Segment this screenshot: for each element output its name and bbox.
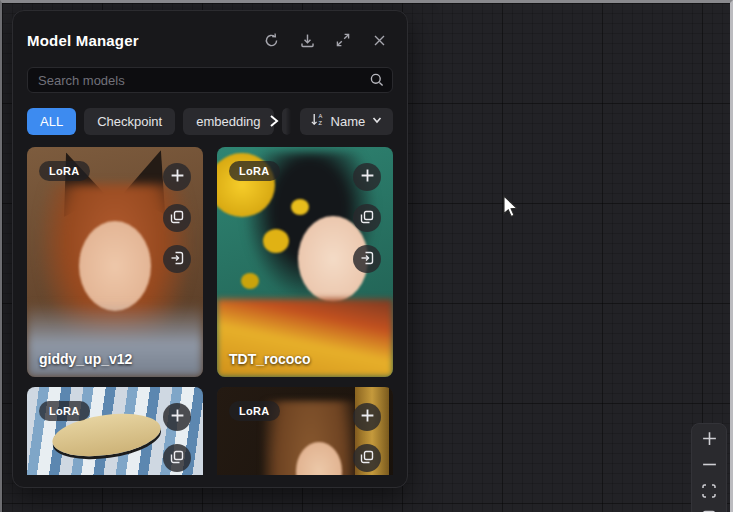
chevron-down-icon <box>371 114 383 129</box>
model-card-tdt-rococo[interactable]: LoRA <box>217 147 393 377</box>
model-card-3[interactable]: LoRA <box>27 387 203 475</box>
panel-header-actions <box>261 30 393 50</box>
expand-icon <box>335 32 351 48</box>
sort-alpha-icon: A Z <box>310 112 325 130</box>
model-name: TDT_rococo <box>229 351 311 367</box>
plus-icon <box>701 430 718 450</box>
sort-label: Name <box>331 114 366 129</box>
plus-icon <box>360 408 375 426</box>
copy-icon <box>170 450 184 467</box>
download-icon <box>299 32 316 49</box>
add-model-button[interactable] <box>163 403 191 431</box>
filters-scroll-right-icon[interactable] <box>267 113 281 133</box>
node-editor-canvas[interactable]: Model Manager <box>0 0 733 512</box>
search-icon <box>369 72 385 92</box>
close-icon <box>372 33 387 48</box>
model-card-giddy-up-v12[interactable]: LoRA <box>27 147 203 377</box>
search-input[interactable] <box>27 67 393 93</box>
more-tools-icon <box>701 509 717 512</box>
copy-icon <box>360 450 374 467</box>
minus-icon <box>701 456 718 476</box>
copy-model-button[interactable] <box>353 204 381 232</box>
close-button[interactable] <box>369 30 389 50</box>
copy-model-button[interactable] <box>163 444 191 472</box>
filter-embedding[interactable]: embedding <box>183 108 273 135</box>
fit-view-icon <box>701 483 717 502</box>
filter-all[interactable]: ALL <box>27 108 76 135</box>
more-tools-button[interactable] <box>695 505 723 512</box>
load-model-button[interactable] <box>163 245 191 273</box>
copy-icon <box>170 210 184 227</box>
filter-checkpoint[interactable]: Checkpoint <box>84 108 175 135</box>
add-model-button[interactable] <box>353 403 381 431</box>
sort-dropdown[interactable]: A Z Name <box>300 108 394 135</box>
model-name: giddy_up_v12 <box>39 351 132 367</box>
fit-view-button[interactable] <box>695 479 723 505</box>
plus-icon <box>170 408 185 426</box>
filter-hypernetwork[interactable]: Hypernetwork <box>282 108 292 135</box>
mouse-cursor <box>501 195 519 223</box>
import-icon <box>360 251 374 268</box>
copy-model-button[interactable] <box>163 204 191 232</box>
model-type-badge: LoRA <box>229 401 280 421</box>
copy-icon <box>360 210 374 227</box>
svg-text:A: A <box>318 113 322 119</box>
download-button[interactable] <box>297 30 317 50</box>
plus-icon <box>170 168 185 186</box>
refresh-icon <box>263 32 280 49</box>
panel-title: Model Manager <box>27 32 139 49</box>
model-type-badge: LoRA <box>229 161 280 181</box>
add-model-button[interactable] <box>353 163 381 191</box>
model-manager-panel: Model Manager <box>12 10 408 488</box>
import-icon <box>170 251 184 268</box>
svg-text:Z: Z <box>318 120 322 126</box>
copy-model-button[interactable] <box>353 444 381 472</box>
panel-header: Model Manager <box>27 23 393 57</box>
model-type-badge: LoRA <box>39 161 90 181</box>
model-card-grid: LoRA <box>27 147 393 475</box>
plus-icon <box>360 168 375 186</box>
load-model-button[interactable] <box>353 245 381 273</box>
add-model-button[interactable] <box>163 163 191 191</box>
model-type-badge: LoRA <box>39 401 90 421</box>
zoom-out-button[interactable] <box>695 453 723 479</box>
search-bar <box>27 67 393 93</box>
filter-row: ALL Checkpoint embedding Hypernetwork A … <box>27 107 393 135</box>
expand-button[interactable] <box>333 30 353 50</box>
refresh-button[interactable] <box>261 30 281 50</box>
canvas-zoom-toolbar <box>691 423 727 512</box>
model-card-4[interactable]: LoRA <box>217 387 393 475</box>
zoom-in-button[interactable] <box>695 427 723 453</box>
